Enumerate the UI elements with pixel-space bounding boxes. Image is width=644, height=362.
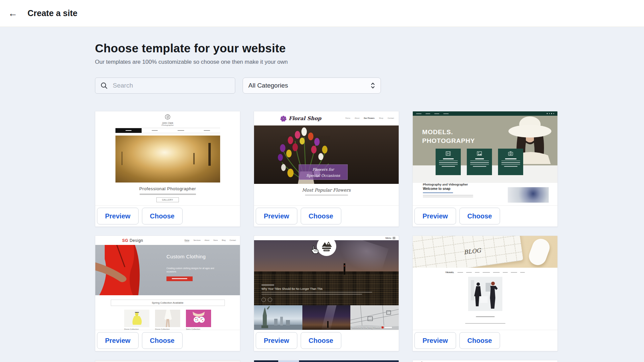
text-line (439, 164, 458, 165)
mini-header: SG Design Home Services About Store Blog… (95, 236, 240, 245)
mini-hero-subtitle: Creating custom clothing designs for all… (166, 267, 217, 273)
mini-brand-name: Floral Shop (289, 115, 321, 121)
text-line (503, 272, 508, 273)
choose-button[interactable]: Choose (301, 208, 341, 224)
mini-nav-item: Home (345, 117, 350, 119)
choose-button[interactable]: Choose (459, 332, 500, 349)
tower-spire (327, 321, 329, 328)
text-line (501, 164, 520, 165)
text-line (511, 272, 517, 273)
mini-hero-photo (115, 136, 220, 183)
mini-nav-item: Our Flowers (364, 117, 375, 119)
section-heading: Choose template for your website (95, 42, 558, 55)
search-box[interactable] (95, 77, 235, 94)
thumb-ski-lift: Welcome to Our Blog Feature (350, 305, 399, 330)
text-line (476, 316, 495, 317)
template-preview[interactable] (95, 360, 240, 362)
template-card-floral: Floral Shop Home About Our Flowers Shop … (254, 111, 399, 227)
template-card-partial-3: KDC (412, 360, 558, 362)
product-thumb: Dress Collection (155, 310, 180, 330)
mini-nav-item (194, 128, 220, 133)
text-line (305, 195, 348, 196)
mini-photo (508, 187, 549, 203)
mini-navbar: TRAVEL (413, 271, 557, 273)
template-card-partial-1 (95, 360, 240, 362)
mini-nav-item: Services (193, 239, 200, 242)
template-grid: John Clark Photographer (95, 111, 558, 362)
mini-header-block (254, 360, 278, 362)
mini-nav-item: About (204, 239, 209, 242)
mini-logo-name: John Clark (95, 122, 240, 124)
text-line (466, 272, 472, 273)
preview-button[interactable]: Preview (414, 208, 456, 224)
template-card-desk-blog: BLOG TRAVEL (412, 236, 558, 351)
card-footer: Preview Choose (254, 330, 399, 351)
thumb-caption-text: Welcome to Our Blog Feature (352, 326, 381, 328)
mini-site-logo (317, 237, 336, 256)
feature-card (498, 149, 523, 175)
text-line (501, 161, 520, 161)
preview-button[interactable]: Preview (256, 332, 297, 349)
text-line (475, 158, 484, 159)
main-area: Choose template for your website Our tem… (0, 42, 644, 362)
template-preview[interactable] (254, 360, 399, 362)
template-card-sg-design: SG Design Home Services About Store Blog… (95, 236, 240, 351)
template-preview[interactable]: Floral Shop Home About Our Flowers Shop … (254, 111, 399, 206)
back-arrow-icon: ← (8, 8, 17, 19)
preview-button[interactable]: Preview (97, 332, 139, 349)
choose-button[interactable]: Choose (301, 332, 341, 349)
text-line (439, 161, 458, 161)
mini-article-photo (468, 277, 502, 311)
product-thumb: Swim Collection (186, 310, 211, 330)
banner-line: Flowers for (299, 167, 347, 173)
mini-hero-title: MODELS. PHOTOGRAPHY (422, 128, 475, 145)
template-preview[interactable]: KDC (413, 360, 557, 362)
category-select[interactable]: All Categories (243, 77, 381, 94)
template-preview[interactable]: SG Design Home Services About Store Blog… (95, 236, 240, 330)
preview-button[interactable]: Preview (414, 332, 456, 349)
mini-section-subtitle: Welcome to snap (423, 187, 473, 191)
mini-brand: SG Design (122, 238, 143, 243)
back-button[interactable]: ← (5, 6, 20, 21)
search-input[interactable] (112, 82, 230, 90)
card-footer: Preview Choose (95, 330, 240, 351)
product-caption: Dress Collection (124, 328, 149, 330)
product-thumb: Dress Collection (124, 310, 149, 330)
app-header: ← Create a site (0, 0, 644, 27)
text-line (172, 278, 187, 279)
create-site-page: ← Create a site Choose template for your… (0, 0, 644, 362)
card-footer: Preview Choose (413, 206, 557, 226)
mini-product-row: Dress Collection Dress Collection (95, 310, 240, 330)
preview-button[interactable]: Preview (256, 208, 297, 224)
search-icon (100, 82, 108, 89)
mini-navbar: Home About Our Flowers Shop Contact (345, 117, 394, 119)
text-line (470, 162, 489, 163)
choose-button[interactable]: Choose (459, 208, 500, 224)
mini-active-tab (278, 360, 299, 362)
template-preview[interactable]: MODELS. PHOTOGRAPHY (413, 111, 557, 206)
text-line (140, 194, 196, 195)
mini-menu: Menu (385, 237, 395, 239)
template-preview[interactable]: John Clark Photographer (95, 111, 240, 206)
choose-button[interactable]: Choose (142, 332, 183, 349)
mouse-cursor (310, 245, 318, 255)
text-line (470, 161, 489, 161)
mini-nav-item: Shop (379, 117, 383, 119)
carousel-arrows (261, 298, 372, 302)
preview-button[interactable]: Preview (97, 208, 139, 224)
red-dress-photo (95, 245, 166, 295)
choose-button[interactable]: Choose (142, 208, 183, 224)
text-line (504, 166, 517, 167)
text-line (501, 162, 520, 163)
mini-nav-item (142, 128, 168, 133)
template-preview[interactable]: BLOG TRAVEL (413, 236, 557, 330)
mini-navbar (115, 128, 220, 133)
mini-paragraph (413, 328, 557, 330)
text-line (385, 327, 392, 328)
next-arrow-icon (268, 298, 272, 302)
template-card-models: MODELS. PHOTOGRAPHY (412, 111, 558, 227)
text-line (152, 130, 158, 131)
template-preview[interactable]: Menu Why Your Titles Should Be No (254, 236, 399, 330)
text-line (473, 166, 486, 167)
mini-nav-item: Home (185, 239, 190, 242)
